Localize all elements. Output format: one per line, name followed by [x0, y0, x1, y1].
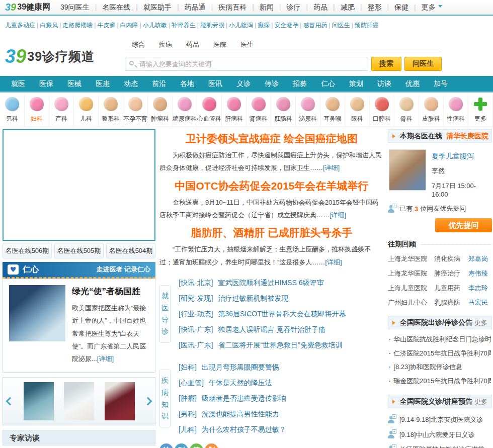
carousel-thumb[interactable] [64, 382, 94, 420]
topbar-link[interactable]: 就医助手 [130, 3, 172, 12]
ask-doctor-button[interactable]: 问医生 [404, 57, 442, 71]
news-item[interactable]: [心血管]午休是天然的降压法 [179, 375, 384, 391]
main-nav-item[interactable]: 医患 [96, 79, 110, 88]
lecture-more-link[interactable]: 更多 [474, 397, 487, 406]
detail-link[interactable]: [详细] [325, 258, 342, 266]
news-item[interactable]: [行业·动态]第36届SICOT世界骨科大会在穗即将开幕 [179, 306, 384, 322]
search-tab[interactable]: 药品 [179, 38, 206, 52]
notice-item[interactable]: 仁济医院2015年抗日战争胜利70周 [389, 346, 491, 361]
hot-keyword-link[interactable]: 问医生 [327, 21, 350, 30]
search-tab[interactable]: 医院 [206, 38, 233, 52]
headline-title[interactable]: 卫计委领头宣战癌症 绘全国癌症地图 [159, 132, 384, 146]
department-item[interactable]: 不孕不育 [123, 95, 148, 127]
detail-link[interactable]: [详细] [323, 164, 340, 171]
search-tab[interactable]: 综合 [125, 38, 152, 52]
department-item[interactable]: 男科 [0, 95, 25, 127]
hot-keyword-link[interactable]: 牛皮癣 [93, 21, 115, 30]
video-episode-tab[interactable]: 名医在线504期 [106, 243, 155, 258]
main-nav-item[interactable]: 就医 [11, 79, 25, 88]
past-doctor-link[interactable]: 马宏民 [468, 295, 488, 310]
topbar-link[interactable]: 减肥 [327, 3, 355, 12]
notice-more-link[interactable]: 更多 [474, 318, 487, 327]
main-nav-item[interactable]: 访谈 [377, 79, 391, 88]
topbar-link[interactable]: 整形 [355, 3, 382, 12]
lecture-item[interactable]: 长征医院脊柱与微创治疗讲堂 [388, 442, 492, 448]
topbar-link[interactable]: 保健 [381, 3, 408, 12]
department-item[interactable]: 眼科 [345, 95, 370, 127]
lecture-item[interactable]: [9.18]中山六院爱牙日义诊 [388, 427, 492, 442]
detail-link[interactable]: [详细] [330, 211, 346, 219]
search-button[interactable]: 搜索 [371, 57, 401, 71]
past-doctor-link[interactable]: 李志玲 [468, 281, 488, 295]
search-tab[interactable]: 医生 [233, 38, 261, 52]
department-item[interactable]: 耳鼻喉 [320, 95, 345, 127]
carousel-thumb[interactable] [24, 382, 54, 420]
topbar-link[interactable]: 药品 [300, 3, 327, 12]
topbar-link[interactable]: 新闻 [247, 3, 274, 12]
hot-keyword-link[interactable]: 儿童多动症 [5, 21, 35, 30]
department-item[interactable]: 肝病科 [222, 95, 247, 127]
renxin-doctor-photo[interactable] [9, 285, 65, 341]
priority-ask-button[interactable]: 优先提问 [435, 218, 492, 232]
doctor-online-hospital[interactable]: 清华长庚医院 [446, 132, 488, 141]
topbar-link[interactable]: 疾病百科 [206, 3, 247, 12]
main-nav-item[interactable]: 加号 [434, 79, 448, 88]
main-nav-item[interactable]: 医保 [39, 79, 53, 88]
video-player-box[interactable] [3, 129, 155, 241]
headline-title[interactable]: 脂肪肝、酒精肝 已成肝脏头号杀手 [159, 226, 384, 240]
department-item[interactable]: 肛肠科 [271, 95, 296, 127]
topbar-more[interactable]: 更多 [408, 3, 442, 12]
main-nav-item[interactable]: 停诊 [265, 79, 279, 88]
hot-keyword-link[interactable]: 安全避孕 [270, 21, 298, 30]
expert-interview-title[interactable]: 专家访谈 [3, 430, 155, 445]
department-item[interactable]: 肿瘤科 [148, 95, 173, 127]
past-doctor-link[interactable]: 寿伟臻 [468, 266, 488, 281]
doctor-photo[interactable] [389, 149, 426, 191]
video-episode-tab[interactable]: 名医在线506期 [3, 243, 52, 258]
department-item[interactable]: 性病科 [444, 95, 468, 127]
guide-tab[interactable]: 就医导诊 [159, 285, 171, 343]
lecture-title[interactable]: 全国医院义诊/讲座预告 [400, 397, 472, 406]
main-nav-item[interactable]: 优惠 [405, 79, 420, 88]
doctor-online-title[interactable]: 本期名医在线 [400, 132, 442, 141]
channel-logo[interactable]: 39 39诊疗频道 [5, 38, 125, 71]
news-item[interactable]: [儿科]为什么农村孩子不易过敏？ [179, 422, 384, 437]
news-item[interactable]: [肿瘤]吸烟者是否患癌受遗传影响 [179, 391, 384, 406]
topbar-link[interactable]: 名医在线 [90, 3, 131, 12]
main-nav-item[interactable]: 前沿 [152, 79, 166, 88]
hot-keyword-link[interactable]: 补肾养生 [167, 21, 196, 30]
video-episode-tab[interactable]: 名医在线505期 [54, 243, 104, 258]
notice-item[interactable]: 华山医院抗战胜利纪念日门急诊时 [389, 332, 491, 346]
hot-keyword-link[interactable]: 癫痫 [253, 21, 270, 30]
site-logo[interactable]: 39健康网 [17, 2, 50, 13]
topbar-link[interactable]: 39问医生 [60, 3, 90, 12]
renxin-title[interactable]: 仁心 [23, 264, 39, 275]
department-item[interactable]: 整形科 [99, 95, 123, 127]
hot-keyword-link[interactable]: 腰肌劳损 [196, 21, 224, 30]
hot-keyword-link[interactable]: 走路爬楼喘 [58, 21, 93, 30]
news-item[interactable]: [快讯·广东]独居老人误听谣言 竟吞针治肚子痛 [179, 322, 384, 337]
headline-title[interactable]: 中国OTC协会药促会2015年会在羊城举行 [159, 179, 384, 193]
department-item[interactable]: 肾病科 [247, 95, 271, 127]
main-nav-item[interactable]: 策划 [349, 79, 363, 88]
doctor-topic-link[interactable]: 夏季儿童腹泻 [432, 152, 491, 161]
carousel-next-icon[interactable] [144, 397, 152, 405]
news-item[interactable]: [妇科]出现月弯形黑眼圈要警惕 [179, 360, 384, 375]
notice-item[interactable]: [8.23]协和医院停诊信息 [389, 360, 491, 374]
search-input[interactable] [125, 57, 368, 71]
main-nav-item[interactable]: 医械 [67, 79, 81, 88]
past-doctor-link[interactable]: 郑嘉岗 [468, 251, 488, 266]
department-item[interactable]: 糖尿病科 [173, 95, 197, 127]
hot-keyword-link[interactable]: 感冒用药 [298, 21, 327, 30]
department-item[interactable]: 皮肤科 [419, 95, 444, 127]
topbar-link[interactable]: 药品通 [172, 3, 206, 12]
topbar-link[interactable]: 诊疗 [274, 3, 301, 12]
hot-keyword-link[interactable]: 白内障 [115, 21, 138, 30]
main-nav-item[interactable]: 医讯 [208, 79, 222, 88]
department-more[interactable]: 更多 [468, 95, 493, 127]
news-item[interactable]: [研究·发现]治疗过敏新机制被发现 [179, 291, 384, 306]
renxin-article-title[interactable]: 绿光“使”者杨国胜 [72, 286, 149, 297]
search-tab[interactable]: 疾病 [152, 38, 179, 52]
carousel-thumb[interactable] [105, 382, 135, 420]
main-nav-item[interactable]: 各地 [180, 79, 194, 88]
